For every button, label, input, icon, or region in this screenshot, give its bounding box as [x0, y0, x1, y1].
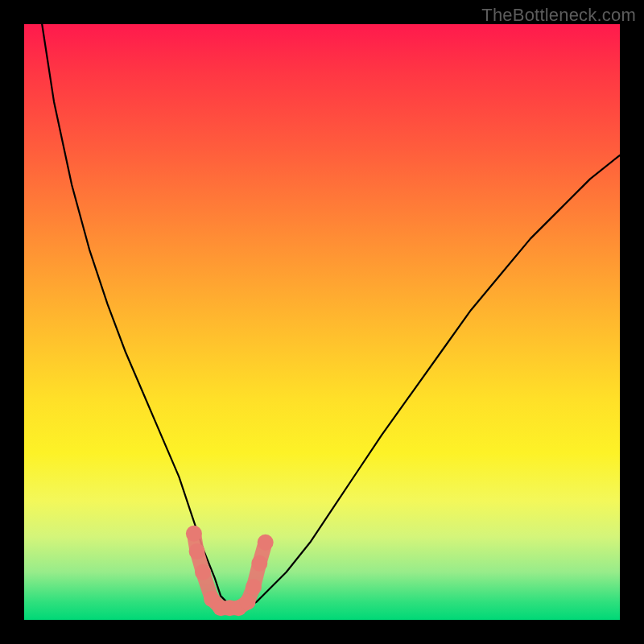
- data-markers: [186, 526, 274, 617]
- chart-frame: TheBottleneck.com: [0, 0, 644, 644]
- chart-svg: [24, 24, 620, 620]
- marker-dot: [186, 526, 202, 542]
- marker-dot: [195, 564, 211, 580]
- marker-dot: [258, 535, 274, 551]
- watermark-text: TheBottleneck.com: [481, 5, 636, 26]
- marker-dot: [189, 543, 205, 559]
- marker-dot: [251, 555, 267, 572]
- curve-path: [42, 24, 620, 608]
- marker-dot: [246, 579, 262, 595]
- marker-dot: [240, 594, 256, 610]
- bottleneck-curve: [42, 24, 620, 608]
- plot-area: [24, 24, 620, 620]
